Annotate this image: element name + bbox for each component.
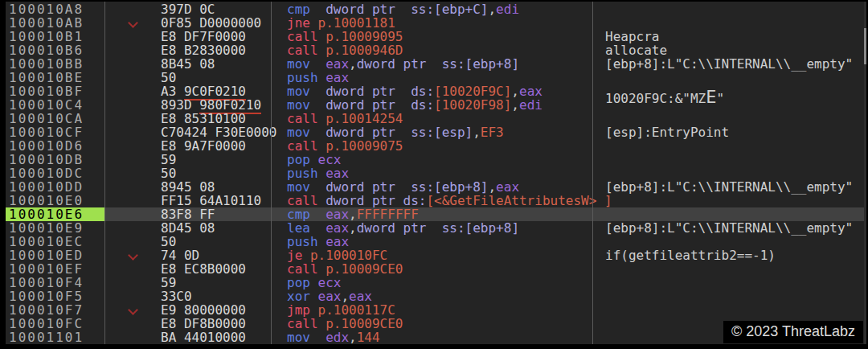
disassembly-cell[interactable]: mov dword ptr ss:[ebp+8],eax <box>281 180 599 194</box>
comment-cell[interactable] <box>599 207 866 221</box>
disasm-row[interactable]: 100010BFA3 9C0F0210mov dword ptr ds:[100… <box>6 84 866 98</box>
address-cell[interactable]: 100010EC <box>6 235 104 248</box>
disasm-row[interactable]: 100010DC50push eax <box>6 166 866 180</box>
address-cell[interactable]: 100010DB <box>6 153 104 166</box>
bytes-cell[interactable]: E8 B2830000 <box>155 43 281 57</box>
disasm-row[interactable]: 100010CFC70424 F30E0000mov dword ptr ss:… <box>6 125 866 139</box>
disassembly-cell[interactable]: cmp eax,FFFFFFFF <box>281 207 599 221</box>
address-cell[interactable]: 100010E9 <box>6 221 104 235</box>
comment-cell[interactable]: if(getfileattrib2==-1) <box>599 248 866 262</box>
comment-cell[interactable] <box>599 112 866 125</box>
comment-cell[interactable] <box>599 153 866 166</box>
address-cell[interactable]: 100010A8 <box>6 2 104 16</box>
comment-cell[interactable]: [esp]:EntryPoint <box>599 125 866 139</box>
bytes-cell[interactable]: 33C0 <box>155 289 281 303</box>
bytes-cell[interactable]: 8D45 08 <box>155 221 281 235</box>
bytes-cell[interactable]: E9 80000000 <box>155 303 281 317</box>
disasm-row[interactable]: 100010AB0F85 D0000000jne p.10001181 <box>6 16 866 30</box>
comment-cell[interactable] <box>599 276 866 289</box>
address-cell[interactable]: 100010AB <box>6 16 104 30</box>
scrollbar-thumb[interactable] <box>864 28 866 64</box>
comment-cell[interactable] <box>599 139 866 153</box>
disassembly-cell[interactable]: call p.10009CE0 <box>281 262 599 276</box>
disassembly-cell[interactable]: call dword ptr ds:[<&GetFileAttributesW>… <box>281 194 599 207</box>
address-cell[interactable]: 100010B1 <box>6 30 104 43</box>
disassembly-cell[interactable]: jmp p.1000117C <box>281 303 599 317</box>
disassembly-cell[interactable]: mov eax,dword ptr ss:[ebp+8] <box>281 57 599 71</box>
comment-cell[interactable] <box>599 235 866 248</box>
disassembly-cell[interactable]: pop ecx <box>281 153 599 166</box>
disasm-row[interactable]: 100010DB59pop ecx <box>6 153 866 166</box>
disasm-row[interactable]: 100010D6E8 9A7F0000call p.10009075 <box>6 139 866 153</box>
bytes-cell[interactable]: 50 <box>155 71 281 84</box>
comment-cell[interactable]: [ebp+8]:L"C:\\INTERNAL\\__empty" <box>599 221 866 235</box>
bytes-cell[interactable]: 83F8 FF <box>155 207 281 221</box>
bytes-cell[interactable]: E8 DF8B0000 <box>155 317 281 331</box>
disassembly-cell[interactable]: push eax <box>281 166 599 180</box>
address-cell[interactable]: 100010D6 <box>6 139 104 153</box>
address-cell[interactable]: 100010BB <box>6 57 104 71</box>
comment-cell[interactable] <box>599 2 866 16</box>
address-cell[interactable]: 100010F4 <box>6 276 104 289</box>
address-cell[interactable]: 100010E6 <box>6 207 104 221</box>
disassembly-cell[interactable]: call p.10014254 <box>281 112 599 125</box>
address-cell[interactable]: 100010F7 <box>6 303 104 317</box>
comment-cell[interactable]: [ebp+8]:L"C:\\INTERNAL\\__empty" <box>599 57 866 71</box>
disasm-row[interactable]: 100010F459pop ecx <box>6 276 866 289</box>
disassembly-cell[interactable]: call p.10009CE0 <box>281 317 599 331</box>
disassembly-cell[interactable]: mov edx,144 <box>281 331 599 344</box>
comment-cell[interactable] <box>599 16 866 30</box>
comment-cell[interactable] <box>599 194 866 207</box>
address-cell[interactable]: 100010DC <box>6 166 104 180</box>
bytes-cell[interactable]: 50 <box>155 235 281 248</box>
address-cell[interactable]: 100010E0 <box>6 194 104 207</box>
disasm-row[interactable]: 100010A8397D 0Ccmp dword ptr ss:[ebp+C],… <box>6 2 866 16</box>
disasm-row[interactable]: 100010CAE8 85310100call p.10014254 <box>6 112 866 125</box>
comment-cell[interactable] <box>599 289 866 303</box>
bytes-cell[interactable]: E8 85310100 <box>155 112 281 125</box>
bytes-cell[interactable]: 8945 08 <box>155 180 281 194</box>
disasm-row[interactable]: 100010BE50push eax <box>6 71 866 84</box>
disassembly-cell[interactable]: xor eax,eax <box>281 289 599 303</box>
disasm-row[interactable]: 100010BB8B45 08mov eax,dword ptr ss:[ebp… <box>6 57 866 71</box>
disasm-row[interactable]: 100010ED74 0Dje p.100010FCif(getfileattr… <box>6 248 866 262</box>
comment-cell[interactable]: Heapcra <box>599 30 866 43</box>
address-cell[interactable]: 100010ED <box>6 248 104 262</box>
bytes-cell[interactable]: E8 9A7F0000 <box>155 139 281 153</box>
disassembly-cell[interactable]: call p.1000946D <box>281 43 599 57</box>
address-cell[interactable]: 100010DD <box>6 180 104 194</box>
disasm-row[interactable]: 100010F533C0xor eax,eax <box>6 289 866 303</box>
bytes-cell[interactable]: 74 0D <box>155 248 281 262</box>
disassembly-cell[interactable]: cmp dword ptr ss:[ebp+C],edi <box>281 2 599 16</box>
address-cell[interactable]: 100010B6 <box>6 43 104 57</box>
comment-cell[interactable] <box>599 71 866 84</box>
comment-cell[interactable] <box>599 262 866 276</box>
comment-cell[interactable]: allocate <box>599 43 866 57</box>
address-cell[interactable]: 10001101 <box>6 331 104 344</box>
disasm-row[interactable]: 100010DD8945 08mov dword ptr ss:[ebp+8],… <box>6 180 866 194</box>
address-cell[interactable]: 100010CA <box>6 112 104 125</box>
disassembly-cell[interactable]: mov dword ptr ss:[esp],EF3 <box>281 125 599 139</box>
bytes-cell[interactable]: 0F85 D0000000 <box>155 16 281 30</box>
address-cell[interactable]: 100010BE <box>6 71 104 84</box>
disassembly-cell[interactable]: pop ecx <box>281 276 599 289</box>
bytes-cell[interactable]: E8 DF7F0000 <box>155 30 281 43</box>
disasm-row[interactable]: 100010F7E9 80000000jmp p.1000117C <box>6 303 866 317</box>
bytes-cell[interactable]: 893D 980F0210 <box>155 98 281 112</box>
disasm-row[interactable]: 100010E683F8 FFcmp eax,FFFFFFFF <box>6 207 866 221</box>
address-cell[interactable]: 100010EF <box>6 262 104 276</box>
address-cell[interactable]: 100010F5 <box>6 289 104 303</box>
bytes-cell[interactable]: A3 9C0F0210 <box>155 84 281 98</box>
disassembly-cell[interactable]: mov dword ptr ds:[10020F98],edi <box>281 98 599 112</box>
disassembly-cell[interactable]: je p.100010FC <box>281 248 599 262</box>
bytes-cell[interactable]: BA 44010000 <box>155 331 281 344</box>
disasm-row[interactable]: 100010E0FF15 64A10110call dword ptr ds:[… <box>6 194 866 207</box>
bytes-cell[interactable]: 59 <box>155 276 281 289</box>
comment-cell[interactable]: 10020F9C:&"MZE" <box>599 84 866 98</box>
address-cell[interactable]: 100010CF <box>6 125 104 139</box>
bytes-cell[interactable]: 397D 0C <box>155 2 281 16</box>
bytes-cell[interactable]: C70424 F30E0000 <box>155 125 281 139</box>
address-cell[interactable]: 100010FC <box>6 317 104 331</box>
disassembly-cell[interactable]: jne p.10001181 <box>281 16 599 30</box>
scrollbar-track[interactable] <box>864 2 866 344</box>
